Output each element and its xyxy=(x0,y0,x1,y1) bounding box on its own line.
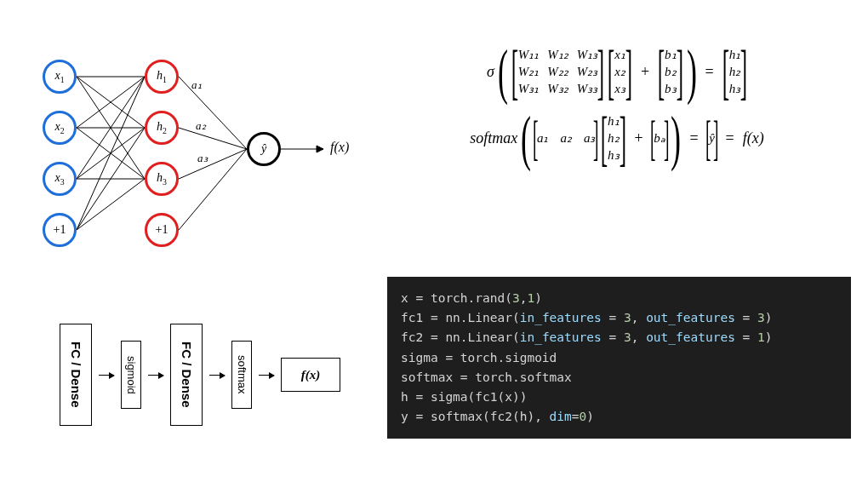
edge-label-a1: a₁ xyxy=(191,78,202,92)
vector-x: [ x₁x₂x₃ ] xyxy=(608,47,632,96)
arrow-icon xyxy=(99,375,114,376)
arrow-icon xyxy=(209,375,225,376)
input-neuron-x1: x1 xyxy=(43,60,77,94)
row-vector-a: [ a₁a₂a₃ ] xyxy=(534,119,597,157)
svg-line-11 xyxy=(77,179,145,230)
vector-b: [ b₁b₂b₃ ] xyxy=(658,47,682,96)
block-softmax: softmax xyxy=(231,341,252,409)
code-line: softmax = torch.softmax xyxy=(401,370,572,384)
block-sigmoid: sigmoid xyxy=(121,341,141,409)
input-bias-neuron: +1 xyxy=(43,213,77,247)
hidden-neuron-h2: h2 xyxy=(145,111,179,145)
code-line: h = sigma(fc1(x)) xyxy=(401,390,527,404)
code-block: x = torch.rand(3,1) fc1 = nn.Linear(in_f… xyxy=(387,277,851,439)
nn-graph-diagram: x1 x2 x3 +1 h1 h2 h3 +1 ŷ a₁ a₂ a₃ f(x) xyxy=(17,51,366,273)
vector-h: [ h₁h₂h₃ ] xyxy=(722,47,747,96)
equation-sigmoid-layer: σ ( [ W₁₁W₁₂W₁₃ W₂₁W₂₂W₂₃ W₃₁W₃₂W₃₃ ] [ … xyxy=(374,47,859,96)
code-line: x = torch.rand(3,1) xyxy=(401,291,542,305)
block-fc2: FC / Dense xyxy=(170,324,203,426)
code-line: fc2 = nn.Linear(in_features = 3, out_fea… xyxy=(401,330,773,344)
input-neuron-x2: x2 xyxy=(43,111,77,145)
edge-label-a2: a₂ xyxy=(196,119,206,133)
hidden-neuron-h3: h3 xyxy=(145,162,179,196)
scalar-ba: [bₐ] xyxy=(652,119,668,157)
input-neuron-x3: x3 xyxy=(43,162,77,196)
code-line: sigma = torch.sigmoid xyxy=(401,351,557,365)
svg-line-9 xyxy=(77,77,145,230)
svg-line-14 xyxy=(179,149,247,179)
edge-label-a3: a₃ xyxy=(197,152,208,165)
output-fx-label: f(x) xyxy=(330,140,349,155)
block-fc1: FC / Dense xyxy=(60,324,92,426)
arrow-icon xyxy=(259,375,274,376)
code-line: y = softmax(fc2(h), dim=0) xyxy=(401,410,594,423)
output-neuron: ŷ xyxy=(247,132,281,166)
vector-h-2: [ h₁h₂h₃ ] xyxy=(601,113,625,163)
code-line: fc1 = nn.Linear(in_features = 3, out_fea… xyxy=(401,311,773,324)
equation-softmax-layer: softmax ( [ a₁a₂a₃ ] [ h₁h₂h₃ ] + [bₐ] )… xyxy=(374,113,859,163)
equations-panel: σ ( [ W₁₁W₁₂W₁₃ W₂₁W₂₂W₂₃ W₃₁W₃₂W₃₃ ] [ … xyxy=(374,47,859,180)
svg-line-15 xyxy=(179,149,247,230)
hidden-neuron-h1: h1 xyxy=(145,60,179,94)
scalar-yhat: [ŷ] xyxy=(707,119,717,157)
matrix-W: [ W₁₁W₁₂W₁₃ W₂₁W₂₂W₂₃ W₃₁W₃₂W₃₃ ] xyxy=(511,47,604,96)
arrow-icon xyxy=(148,375,163,376)
block-output: f(x) xyxy=(281,358,340,392)
svg-marker-17 xyxy=(317,146,323,152)
block-diagram: FC / Dense sigmoid FC / Dense softmax f(… xyxy=(60,307,366,443)
hidden-bias-neuron: +1 xyxy=(145,213,179,247)
